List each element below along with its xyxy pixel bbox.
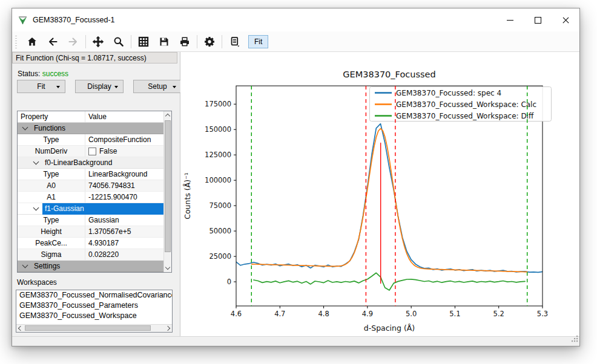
legend[interactable]: GEM38370_Focussed: spec 4GEM38370_Focuss… [370, 87, 552, 122]
toolbar-separator [85, 35, 86, 48]
workspace-item[interactable]: GEM38370_Focussed_Workspace [16, 311, 172, 321]
table-header-row: Property Value [18, 111, 163, 123]
x-tick-label: 5.1 [449, 310, 460, 318]
expand-chevron-icon[interactable] [33, 159, 39, 165]
workspaces-list[interactable]: GEM38370_Focussed_NormalisedCovarianceMa… [16, 290, 173, 333]
plot-toolbar: Fit [12, 31, 579, 52]
settings-icon[interactable] [199, 34, 220, 50]
pan-icon[interactable] [88, 34, 108, 50]
property-value[interactable]: False [85, 147, 163, 155]
scrollbar-thumb[interactable] [165, 120, 171, 252]
group-row-f0-linearbackground[interactable]: f0-LinearBackground [18, 157, 163, 169]
back-icon[interactable] [42, 34, 63, 50]
property-row-type[interactable]: TypeCompositeFunction [18, 134, 163, 146]
minimize-button[interactable] [496, 8, 524, 31]
expand-chevron-icon[interactable] [22, 262, 28, 268]
generate-script-icon[interactable] [224, 34, 245, 50]
group-row-settings[interactable]: Settings [18, 261, 163, 272]
property-row-numderiv[interactable]: NumDerivFalse [18, 146, 163, 157]
plot-title: GEM38370_Focussed [343, 70, 435, 79]
property-row-sigma[interactable]: Sigma0.028220 [18, 249, 163, 261]
y-tick-label: 125000 [205, 151, 231, 159]
fit-function-panel: Fit Function (Chi-sq = 1.08717, success)… [12, 52, 180, 337]
y-tick-label: 75000 [209, 201, 231, 210]
scroll-left-icon[interactable] [18, 326, 23, 331]
checkbox[interactable] [88, 148, 96, 155]
y-axis-label: Counts (Å)⁻¹ [183, 172, 192, 219]
workspaces-label: Workspaces [17, 278, 57, 287]
app-icon [18, 15, 28, 25]
column-property: Property [18, 111, 85, 122]
x-tick-label: 5.2 [493, 310, 504, 318]
setup-menu-button[interactable]: Setup [133, 80, 182, 93]
value-text: LinearBackground [88, 170, 147, 178]
property-row-height[interactable]: Height1.370567e+5 [18, 226, 163, 238]
x-tick-label: 5.3 [537, 310, 548, 318]
plot-canvas[interactable]: GEM38370_Focussed4.64.74.84.95.05.15.25.… [180, 52, 579, 337]
property-name: A1 [18, 192, 85, 203]
expand-chevron-icon[interactable] [22, 125, 28, 131]
fit-menu-button[interactable]: Fit [17, 80, 65, 93]
property-value[interactable]: 4.930187 [85, 239, 163, 247]
property-value[interactable]: 1.370567e+5 [85, 227, 163, 236]
grid-icon[interactable] [133, 34, 154, 50]
property-row-type[interactable]: TypeLinearBackground [18, 169, 163, 180]
x-tick-label: 4.6 [231, 310, 242, 318]
scroll-down-icon[interactable] [165, 265, 170, 270]
property-value[interactable]: 0.028220 [85, 250, 163, 259]
property-value[interactable]: LinearBackground [85, 170, 163, 178]
fit-function-header[interactable]: Fit Function (Chi-sq = 1.08717, success) [12, 52, 177, 63]
series-line-1 [251, 129, 527, 272]
close-button[interactable] [552, 8, 579, 31]
window-title: GEM38370_Focussed-1 [33, 16, 115, 24]
dropdown-arrow-icon [56, 86, 60, 88]
group-row-f1-gaussian[interactable]: f1-Gaussian [18, 203, 163, 215]
property-name: Type [18, 215, 85, 226]
column-value: Value [85, 112, 163, 121]
status-label: Status: [18, 70, 40, 78]
table-scrollbar[interactable] [163, 111, 171, 272]
workspaces-hscrollbar[interactable] [16, 324, 172, 332]
property-name: PeakCe... [18, 238, 85, 249]
legend-label: GEM38370_Focussed: spec 4 [396, 89, 501, 97]
value-text: 0.028220 [88, 250, 119, 259]
forward-icon [63, 34, 84, 50]
group-label: Settings [31, 261, 62, 272]
group-label: f0-LinearBackground [42, 157, 114, 169]
resize-grip-icon[interactable] [571, 334, 578, 345]
save-icon[interactable] [154, 34, 174, 50]
property-value[interactable]: Gaussian [85, 216, 163, 224]
home-icon[interactable] [22, 34, 42, 50]
x-tick-label: 4.7 [274, 310, 285, 318]
workspace-item[interactable]: GEM38370_Focussed_NormalisedCovarianceMa… [16, 290, 172, 301]
property-value[interactable]: -12215.900470 [85, 193, 163, 201]
minimize-icon [507, 20, 513, 21]
property-row-type[interactable]: TypeGaussian [18, 215, 163, 226]
property-row-a1[interactable]: A1-12215.900470 [18, 192, 163, 203]
toolbar-separator [197, 35, 197, 48]
property-row-a0[interactable]: A074056.794831 [18, 180, 163, 192]
fit-toggle-button[interactable]: Fit [248, 35, 268, 48]
value-text: -12215.900470 [88, 193, 137, 201]
zoom-icon[interactable] [108, 34, 129, 50]
fit-plot[interactable]: GEM38370_Focussed4.64.74.84.95.05.15.25.… [180, 52, 579, 337]
toolbar-separator [222, 35, 222, 48]
workspace-item[interactable]: GEM38370_Focussed_Parameters [16, 301, 172, 311]
toolbar-handle[interactable] [15, 35, 17, 48]
property-value[interactable]: 74056.794831 [85, 181, 163, 190]
expand-chevron-icon[interactable] [33, 205, 39, 211]
legend-label: GEM38370_Focussed_Workspace: Diff [396, 112, 534, 120]
group-label: f1-Gaussian [42, 203, 163, 215]
print-icon[interactable] [174, 34, 195, 50]
scroll-right-icon[interactable] [165, 326, 170, 331]
scroll-up-icon[interactable] [165, 114, 170, 119]
property-row-peakce-[interactable]: PeakCe...4.930187 [18, 238, 163, 249]
display-menu-button[interactable]: Display [75, 80, 124, 93]
y-tick-label: 100000 [205, 176, 231, 184]
group-row-functions[interactable]: Functions [18, 123, 163, 134]
property-value[interactable]: CompositeFunction [85, 135, 163, 144]
maximize-button[interactable] [524, 8, 552, 31]
close-icon [562, 16, 570, 24]
hscrollbar-thumb[interactable] [25, 325, 151, 331]
value-text: Gaussian [88, 216, 119, 224]
